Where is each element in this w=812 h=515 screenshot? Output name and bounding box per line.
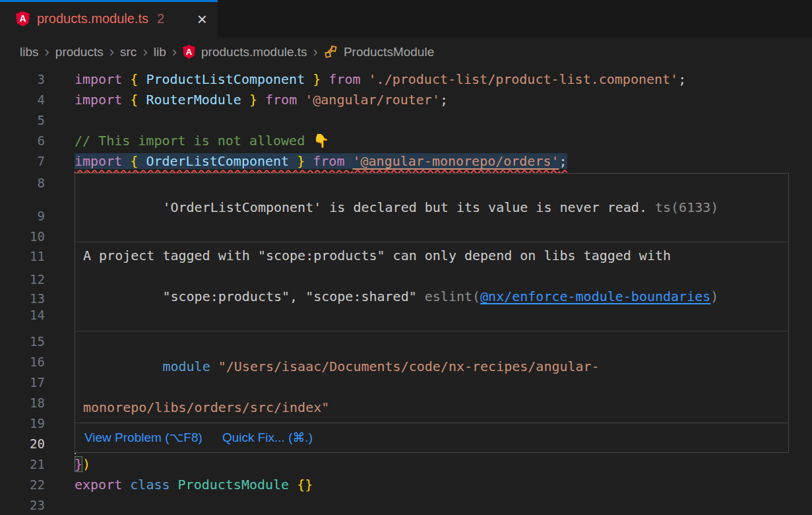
hover-message-ts: 'OrderListComponent' is declared but its… (75, 174, 788, 242)
breadcrumb-item-file[interactable]: products.module.ts (201, 45, 307, 59)
line-number: 6 (0, 131, 45, 151)
tab-title: products.module.ts (37, 11, 148, 26)
code-line-7[interactable]: 7import { OrderListComponent } from '@an… (0, 151, 812, 172)
code-token: RouterModule (138, 92, 249, 108)
line-number: 11 (0, 246, 45, 267)
angular-file-icon: A (183, 45, 195, 59)
line-number: 20 (0, 434, 45, 454)
code-token: { (130, 71, 138, 87)
line-number: 7 (0, 151, 45, 172)
code-token: OrderListComponent (138, 153, 297, 169)
code-content: import { ProductListComponent } from './… (45, 69, 686, 90)
eslint-rule-link[interactable]: @nx/enforce-module-boundaries (480, 289, 710, 304)
chevron-right-icon: › (172, 46, 177, 58)
tab-products-module[interactable]: A products.module.ts 2 × (0, 0, 218, 38)
line-number: 17 (0, 372, 45, 393)
code-line-22[interactable]: 22export class ProductsModule {} (0, 475, 812, 495)
chevron-right-icon: › (313, 46, 318, 58)
module-keyword: module (162, 359, 210, 374)
code-token: import (75, 92, 130, 108)
hover-message-eslint: A project tagged with "scope:products" c… (75, 242, 788, 331)
breadcrumb-item-libs[interactable]: libs (20, 45, 39, 59)
code-token: import (75, 71, 130, 87)
line-number: 5 (0, 110, 45, 131)
breadcrumb: libs › products › src › lib › A products… (0, 38, 812, 66)
code-token: './product-list/product-list.component' (369, 71, 679, 87)
code-token: from (321, 71, 368, 87)
close-icon[interactable]: × (197, 13, 207, 26)
breadcrumb-item-src[interactable]: src (120, 45, 137, 59)
code-token: from (257, 92, 305, 108)
line-number: 9 (0, 206, 45, 226)
breadcrumb-item-lib[interactable]: lib (154, 45, 166, 59)
code-line-23[interactable]: 23 (0, 495, 812, 515)
tab-bar: A products.module.ts 2 × (0, 0, 812, 38)
code-token: ; (440, 92, 448, 108)
chevron-right-icon: › (142, 46, 147, 58)
line-number: 16 (0, 352, 45, 372)
tab-duplicate-badge: 2 (157, 11, 164, 26)
code-token: from (305, 153, 352, 169)
code-lines-top: 3import { ProductListComponent } from '.… (0, 69, 812, 172)
code-content: // This import is not allowed 👇 (45, 131, 329, 151)
hover-error-code: ts(6133) (647, 199, 718, 215)
chevron-right-icon: › (45, 46, 49, 58)
line-number: 21 (0, 454, 45, 475)
line-number: 18 (0, 393, 45, 413)
code-token: '@angular-monorepo/orders' (352, 153, 559, 169)
code-token: { (130, 92, 138, 108)
error-highlight-span: import { OrderListComponent } from '@ang… (75, 153, 567, 169)
code-content: import { OrderListComponent } from '@ang… (45, 151, 567, 172)
line-number: 15 (0, 331, 45, 352)
breadcrumb-item-products[interactable]: products (55, 45, 104, 59)
code-content: }) (45, 454, 90, 475)
module-path-line1: "/Users/isaac/Documents/code/nx-recipes/… (210, 359, 600, 374)
code-token: '@angular/router' (305, 92, 440, 108)
hover-zone: 891011121314 'OrderListComponent' is dec… (0, 172, 812, 331)
line-number: 4 (0, 90, 45, 110)
hover-module-path: module "/Users/isaac/Documents/code/nx-r… (75, 331, 788, 423)
hover-eslint-line2: "scope:products", "scope:shared" (162, 289, 424, 304)
breadcrumb-item-symbol[interactable]: ProductsModule (344, 45, 434, 59)
code-token: {} (297, 477, 313, 493)
code-content: import { RouterModule } from '@angular/r… (45, 90, 448, 110)
code-token: } (75, 456, 82, 472)
quick-fix-button[interactable]: Quick Fix... (⌘.) (222, 428, 313, 448)
module-path-line2: monorepo/libs/orders/src/index" (83, 397, 780, 418)
view-problem-button[interactable]: View Problem (⌥F8) (84, 428, 203, 448)
hover-status-bar: View Problem (⌥F8) Quick Fix... (⌘.) (75, 423, 788, 452)
code-line-5[interactable]: 5 (0, 110, 812, 131)
code-token: export (75, 477, 130, 493)
code-token: } (249, 92, 257, 108)
code-token: import (75, 153, 130, 169)
hover-eslint-source-open: eslint( (425, 289, 480, 304)
code-token: class (130, 477, 177, 493)
error-hover-tooltip: 'OrderListComponent' is declared but its… (75, 173, 789, 453)
hover-eslint-line1: A project tagged with "scope:products" c… (83, 246, 780, 266)
code-line-21[interactable]: 21}) (0, 454, 812, 475)
code-token: ) (82, 456, 90, 472)
code-token: // This import is not allowed (75, 133, 313, 149)
code-line-6[interactable]: 6// This import is not allowed 👇 (0, 131, 812, 151)
class-symbol-icon (324, 45, 338, 59)
code-token: 👇 (313, 133, 329, 149)
line-number: 8 (0, 173, 45, 193)
code-token: ; (678, 71, 686, 87)
code-token: } (297, 153, 305, 169)
line-number: 23 (0, 495, 45, 515)
code-token: ; (559, 153, 567, 169)
line-number: 10 (0, 226, 45, 247)
hover-message-text: 'OrderListComponent' is declared but its… (162, 199, 647, 215)
code-line-4[interactable]: 4import { RouterModule } from '@angular/… (0, 90, 812, 110)
line-number: 19 (0, 413, 45, 434)
angular-file-icon: A (16, 11, 30, 26)
code-token: ProductsModule (178, 477, 297, 493)
line-number: 3 (0, 69, 45, 90)
hover-eslint-source-close: ) (710, 289, 718, 304)
code-token: } (313, 71, 321, 87)
code-line-3[interactable]: 3import { ProductListComponent } from '.… (0, 69, 812, 90)
editor-code-area: 3import { ProductListComponent } from '.… (0, 66, 812, 515)
line-number: 22 (0, 475, 45, 495)
code-token: ProductListComponent (138, 71, 313, 87)
code-content: export class ProductsModule {} (45, 475, 313, 495)
